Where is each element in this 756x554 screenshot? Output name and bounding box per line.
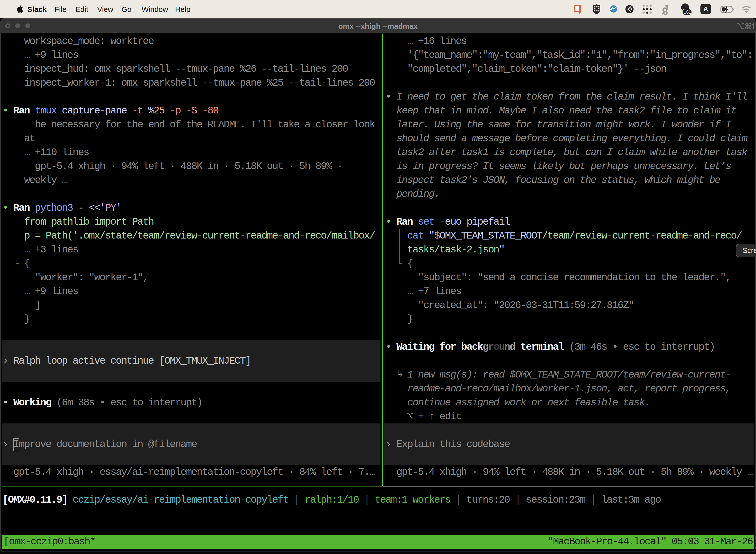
svg-text:..61: ..61	[684, 10, 691, 15]
svg-text:A: A	[703, 5, 708, 13]
